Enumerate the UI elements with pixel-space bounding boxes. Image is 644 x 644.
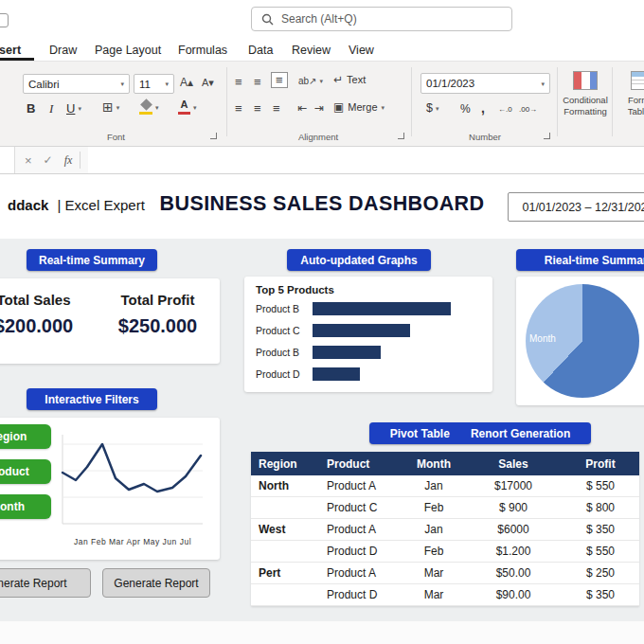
- align-middle-icon[interactable]: ≡: [254, 76, 261, 88]
- tab-insert[interactable]: Insert: [0, 44, 21, 57]
- region-filter-button[interactable]: Region: [0, 424, 51, 449]
- table-header-row: Region Product Month Sales Profit: [251, 452, 639, 475]
- table-row: Product C Feb $ 900 $ 800: [251, 497, 639, 519]
- format-table-button[interactable]: Format Table 1: [616, 69, 644, 137]
- interactive-filters-badge[interactable]: Interactive Filters: [27, 388, 157, 410]
- date-range-picker[interactable]: 01/01/2023 – 12/31/2023: [508, 192, 644, 222]
- align-bottom-selected[interactable]: ≡: [271, 72, 288, 88]
- bar-label: Product C: [256, 325, 313, 336]
- tab-data[interactable]: Data: [248, 44, 273, 57]
- fill-color-control[interactable]: ▾: [139, 99, 159, 115]
- font-color-control[interactable]: A ▾: [178, 99, 197, 115]
- bar-label: Product B: [256, 347, 313, 358]
- generate-report-button-2[interactable]: Generate Report: [102, 568, 210, 598]
- table-row: Pert Product A Mar $50.00 $ 250: [251, 563, 639, 584]
- brand-suffix: | Excel Expert: [58, 197, 145, 213]
- font-name-value: Calibri: [28, 79, 60, 90]
- tab-view[interactable]: View: [349, 44, 374, 57]
- group-divider: [411, 67, 412, 136]
- pivot-table-tab[interactable]: Pivot Table: [390, 427, 450, 440]
- generate-report-button-1[interactable]: Generate Report: [0, 568, 91, 598]
- fx-icon: fx: [64, 153, 73, 168]
- wrap-text-button[interactable]: ↵ Text: [333, 74, 366, 85]
- align-left-icon[interactable]: ≡: [235, 102, 242, 115]
- month-filter-button[interactable]: Month: [0, 494, 51, 519]
- chevron-down-icon: ▾: [116, 104, 120, 111]
- formula-bar: × ✓ fx: [0, 147, 644, 174]
- ribbon-tab-bar: Insert Draw Page Layout Formulas Data Re…: [0, 42, 644, 61]
- dialog-launcher-icon[interactable]: [398, 133, 404, 139]
- table-row: North Product A Jan $17000 $ 550: [251, 475, 639, 497]
- name-box-fragment[interactable]: [0, 147, 15, 173]
- dashboard-header: ddack | Excel Expert BUSINESS SALES DASH…: [0, 174, 644, 239]
- report-generation-tab[interactable]: Renort Generation: [471, 427, 570, 440]
- pie-label: Month: [529, 333, 556, 344]
- dialog-launcher-icon[interactable]: [544, 133, 550, 139]
- currency-control[interactable]: $ ▾: [426, 101, 438, 115]
- col-header-product: Product: [319, 457, 402, 471]
- align-center-icon[interactable]: ≡: [254, 102, 261, 115]
- realtime-summary-badge[interactable]: Real-time Summary: [27, 249, 157, 271]
- conditional-formatting-button[interactable]: Conditional Formatting: [561, 69, 610, 137]
- summary-card: Total Sales $200.000 Total Profit $250.0…: [0, 278, 220, 364]
- decrease-font-icon[interactable]: A▾: [202, 78, 214, 88]
- month-cell: Feb: [402, 545, 465, 558]
- filters-card: Region Product Month Jan Feb Mar Apr May…: [0, 418, 220, 560]
- tab-draw[interactable]: Draw: [49, 44, 77, 57]
- format-table-label-2: Table 1: [628, 106, 644, 116]
- product-cell: Product D: [319, 588, 402, 601]
- currency-icon: $: [426, 101, 433, 115]
- profit-cell: $ 550: [562, 479, 639, 492]
- align-right-icon[interactable]: ≡: [273, 102, 280, 115]
- font-size-select[interactable]: 11 ▾: [134, 74, 174, 94]
- borders-control[interactable]: ⊞ ▾: [102, 100, 119, 114]
- app-icon-fragment[interactable]: [0, 13, 9, 27]
- number-format-select[interactable]: 01/1/2023 ▾: [420, 73, 550, 94]
- decrease-decimal-icon[interactable]: .00→: [519, 105, 537, 114]
- sales-cell: $6000: [465, 523, 562, 536]
- percent-icon[interactable]: %: [460, 102, 471, 116]
- increase-indent-icon[interactable]: ⇥: [314, 102, 324, 114]
- line-series: [63, 444, 201, 492]
- bold-icon[interactable]: B: [27, 101, 35, 116]
- underline-control[interactable]: U ▾: [66, 101, 81, 116]
- confirm-icon[interactable]: ✓: [44, 153, 53, 167]
- pie-card: Month: [516, 277, 644, 405]
- number-format-value: 01/1/2023: [426, 78, 474, 89]
- bar-row: Product D: [256, 367, 360, 381]
- bar: [313, 302, 451, 315]
- product-filter-button[interactable]: Product: [0, 459, 51, 484]
- font-name-select[interactable]: Calibri ▾: [23, 74, 130, 94]
- page-title: BUSINESS SALES DASHBOARD: [152, 192, 492, 216]
- dialog-launcher-icon[interactable]: [210, 133, 217, 139]
- italic-icon[interactable]: I: [49, 101, 53, 116]
- decrease-indent-icon[interactable]: ⇤: [297, 102, 307, 114]
- tab-formulas[interactable]: Formulas: [178, 44, 227, 57]
- bottom-strip: [0, 621, 644, 644]
- orientation-control[interactable]: ab↗ ▾: [298, 76, 323, 86]
- sales-cell: $17000: [465, 479, 562, 492]
- comma-icon[interactable]: ,: [481, 100, 485, 116]
- tab-page-layout[interactable]: Page Layout: [95, 44, 161, 57]
- col-header-sales: Sales: [465, 457, 562, 471]
- bar-row: Product B: [256, 301, 451, 315]
- formula-input[interactable]: [88, 147, 644, 173]
- region-cell: North: [251, 479, 319, 492]
- increase-font-icon[interactable]: A▴: [180, 77, 193, 88]
- realtime-summary-pie-badge[interactable]: Rieal-time Summary: [516, 249, 644, 271]
- cancel-icon[interactable]: ×: [25, 153, 32, 168]
- search-input[interactable]: Search (Alt+Q): [251, 7, 512, 31]
- chevron-down-icon: ▾: [320, 78, 324, 84]
- merge-button[interactable]: ▣ Merge ▾: [333, 101, 385, 113]
- chevron-down-icon: ▾: [165, 80, 169, 87]
- chevron-down-icon: ▾: [541, 80, 545, 87]
- product-cell: Product A: [319, 479, 402, 492]
- auto-updated-graphs-badge[interactable]: Auto-updated Graphs: [287, 249, 431, 271]
- align-top-icon[interactable]: ≡: [235, 76, 242, 88]
- total-profit-block: Total Profit $250.000: [96, 278, 220, 364]
- bar: [313, 346, 381, 359]
- alignment-group-label: Alignment: [233, 132, 403, 142]
- font-color-icon: A: [178, 99, 190, 115]
- increase-decimal-icon[interactable]: ←.0: [498, 105, 512, 114]
- tab-review[interactable]: Review: [292, 44, 331, 57]
